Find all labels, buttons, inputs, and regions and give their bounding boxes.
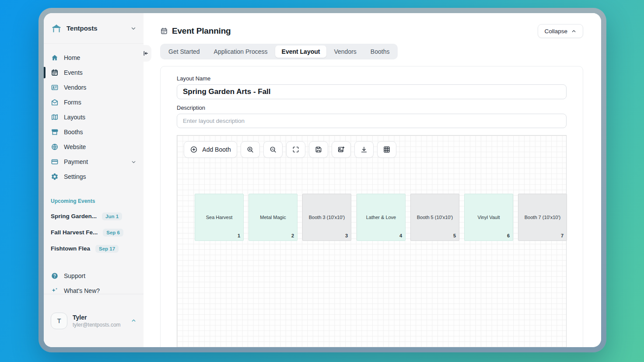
map-icon bbox=[51, 113, 59, 121]
zoom-out-button[interactable] bbox=[263, 141, 283, 158]
id-card-icon bbox=[51, 84, 59, 91]
layout-editor-card: Layout Name Description Add Booth bbox=[160, 66, 583, 347]
chevron-up-icon bbox=[571, 28, 577, 34]
sparkles-icon bbox=[51, 287, 59, 294]
tab-application-process[interactable]: Application Process bbox=[207, 45, 274, 58]
upcoming-event-item[interactable]: Spring Garden... Jun 1 bbox=[44, 208, 144, 224]
store-icon bbox=[51, 128, 59, 136]
tab-event-layout[interactable]: Event Layout bbox=[275, 45, 327, 58]
collapse-button[interactable]: Collapse bbox=[538, 24, 583, 38]
booth[interactable]: Metal Magic 2 bbox=[248, 194, 298, 241]
event-date-badge: Sep 17 bbox=[95, 245, 119, 253]
avatar: T bbox=[51, 313, 67, 329]
download-button[interactable] bbox=[354, 141, 374, 158]
sidebar-item-booths[interactable]: Booths bbox=[44, 125, 144, 139]
chevron-up-icon bbox=[131, 318, 136, 324]
calendar-icon bbox=[160, 27, 168, 35]
home-icon bbox=[51, 54, 59, 62]
zoom-in-icon bbox=[246, 146, 254, 153]
event-name: Fishtown Flea bbox=[51, 245, 90, 252]
user-menu[interactable]: T Tyler tyler@tentposts.com bbox=[44, 294, 144, 347]
sidebar-item-events[interactable]: Events bbox=[44, 65, 144, 80]
booth-label: Sea Harvest bbox=[206, 215, 233, 220]
sidebar-collapse-icon bbox=[142, 50, 149, 57]
booth-number: 4 bbox=[399, 233, 402, 238]
grid-toggle-button[interactable] bbox=[377, 141, 396, 158]
save-button[interactable] bbox=[309, 141, 328, 158]
sidebar-item-whats-new[interactable]: What's New? bbox=[44, 283, 144, 294]
tent-logo-icon bbox=[51, 23, 62, 34]
booth[interactable]: Vinyl Vault 6 bbox=[464, 194, 513, 241]
sidebar-nav: Home Events Vendors Forms Layouts bbox=[44, 44, 144, 294]
sidebar-item-label: Settings bbox=[64, 173, 86, 180]
sidebar-item-label: Website bbox=[64, 143, 86, 150]
mail-icon bbox=[51, 98, 59, 106]
page-title: Event Planning bbox=[172, 26, 231, 36]
chevron-down-icon bbox=[130, 25, 136, 31]
sidebar-item-website[interactable]: Website bbox=[44, 139, 144, 154]
credit-card-icon bbox=[51, 158, 59, 166]
sidebar-footer-nav: Support What's New? bbox=[44, 268, 144, 294]
sidebar: Tentposts Home Events Vendors bbox=[44, 13, 144, 347]
calendar-icon bbox=[51, 69, 59, 77]
sidebar-collapse-button[interactable] bbox=[136, 45, 151, 62]
sidebar-item-settings[interactable]: Settings bbox=[44, 169, 144, 184]
sidebar-item-label: Events bbox=[64, 69, 83, 76]
fullscreen-icon bbox=[292, 146, 300, 153]
booth-number: 5 bbox=[453, 233, 456, 238]
sidebar-item-label: Vendors bbox=[64, 84, 86, 91]
description-input[interactable] bbox=[177, 114, 567, 128]
sidebar-item-home[interactable]: Home bbox=[44, 50, 144, 65]
booth[interactable]: Booth 5 (10'x10') 5 bbox=[410, 194, 459, 241]
booth-label: Lather & Love bbox=[366, 215, 396, 220]
sidebar-item-forms[interactable]: Forms bbox=[44, 95, 144, 110]
layout-name-label: Layout Name bbox=[177, 75, 567, 82]
layout-name-input[interactable] bbox=[177, 84, 567, 99]
sidebar-item-label: Layouts bbox=[64, 114, 85, 121]
sidebar-item-label: Home bbox=[64, 54, 80, 61]
sidebar-item-layouts[interactable]: Layouts bbox=[44, 110, 144, 125]
workspace-switcher[interactable]: Tentposts bbox=[44, 13, 144, 44]
collapse-button-label: Collapse bbox=[544, 28, 567, 35]
fullscreen-button[interactable] bbox=[286, 141, 305, 158]
sidebar-item-label: What's New? bbox=[64, 287, 100, 294]
booth[interactable]: Booth 3 (10'x10') 3 bbox=[302, 194, 351, 241]
booth-number: 1 bbox=[238, 233, 240, 238]
event-name: Spring Garden... bbox=[51, 213, 97, 219]
booth-label: Booth 3 (10'x10') bbox=[309, 215, 345, 220]
upcoming-events-heading: Upcoming Events bbox=[44, 198, 144, 204]
booth-number: 7 bbox=[561, 233, 564, 238]
page-header: Event Planning Collapse bbox=[144, 13, 601, 38]
tab-booths[interactable]: Booths bbox=[364, 45, 396, 58]
sidebar-item-label: Payment bbox=[64, 158, 88, 165]
upcoming-events-section: Upcoming Events Spring Garden... Jun 1 F… bbox=[44, 198, 144, 257]
save-icon bbox=[315, 146, 322, 153]
zoom-out-icon bbox=[269, 146, 277, 153]
sidebar-item-support[interactable]: Support bbox=[44, 268, 144, 283]
upcoming-event-item[interactable]: Fall Harvest Fe... Sep 6 bbox=[44, 224, 144, 240]
sidebar-item-vendors[interactable]: Vendors bbox=[44, 80, 144, 95]
tab-get-started[interactable]: Get Started bbox=[162, 45, 206, 58]
user-email: tyler@tentposts.com bbox=[73, 322, 121, 328]
sidebar-item-label: Forms bbox=[64, 99, 81, 106]
tab-vendors[interactable]: Vendors bbox=[327, 45, 363, 58]
title-group: Event Planning bbox=[160, 26, 231, 36]
sidebar-item-payment[interactable]: Payment bbox=[44, 154, 144, 169]
grid-icon bbox=[383, 146, 391, 153]
booth-label: Booth 7 (10'x10') bbox=[525, 215, 560, 220]
booth-number: 6 bbox=[507, 233, 510, 238]
export-image-button[interactable] bbox=[332, 141, 351, 158]
booth[interactable]: Lather & Love 4 bbox=[357, 194, 406, 241]
description-label: Description bbox=[177, 104, 567, 111]
upcoming-event-item[interactable]: Fishtown Flea Sep 17 bbox=[44, 240, 144, 257]
booth[interactable]: Booth 7 (10'x10') 7 bbox=[518, 194, 567, 241]
event-date-badge: Jun 1 bbox=[102, 212, 122, 220]
zoom-in-button[interactable] bbox=[241, 141, 260, 158]
main-content: Event Planning Collapse Get Started Appl… bbox=[144, 13, 601, 347]
layout-canvas[interactable]: Add Booth Sea Harvest 1 bbox=[177, 135, 567, 347]
add-booth-button[interactable]: Add Booth bbox=[184, 141, 237, 158]
event-date-badge: Sep 6 bbox=[103, 229, 123, 237]
plus-circle-icon bbox=[190, 146, 198, 153]
device-frame: Tentposts Home Events Vendors bbox=[38, 8, 606, 352]
booth[interactable]: Sea Harvest 1 bbox=[195, 194, 244, 241]
